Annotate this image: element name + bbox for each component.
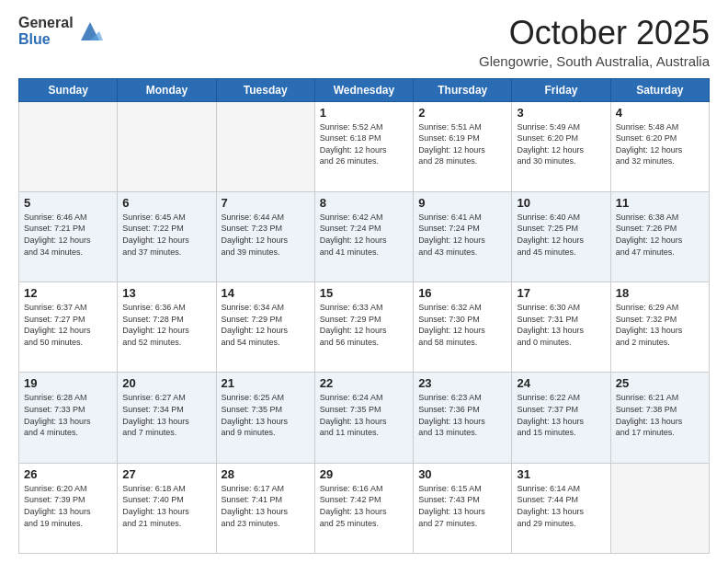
day-number: 7 — [222, 196, 310, 210]
day-number: 13 — [122, 286, 210, 300]
day-info: Sunrise: 6:14 AM Sunset: 7:44 PM Dayligh… — [517, 483, 605, 529]
day-number: 14 — [222, 286, 310, 300]
day-number: 1 — [320, 106, 408, 120]
day-info: Sunrise: 6:33 AM Sunset: 7:29 PM Dayligh… — [320, 302, 408, 348]
table-row: 9Sunrise: 6:41 AM Sunset: 7:24 PM Daylig… — [414, 191, 512, 282]
logo-text: General Blue — [18, 15, 74, 47]
day-number: 27 — [122, 467, 210, 481]
day-number: 20 — [122, 376, 210, 390]
table-row: 11Sunrise: 6:38 AM Sunset: 7:26 PM Dayli… — [610, 191, 709, 282]
day-info: Sunrise: 6:18 AM Sunset: 7:40 PM Dayligh… — [122, 483, 210, 529]
day-number: 25 — [616, 376, 704, 390]
table-row: 10Sunrise: 6:40 AM Sunset: 7:25 PM Dayli… — [512, 191, 610, 282]
title-block: October 2025 Glengowrie, South Australia… — [479, 15, 710, 69]
table-row: 15Sunrise: 6:33 AM Sunset: 7:29 PM Dayli… — [314, 282, 413, 373]
table-row: 14Sunrise: 6:34 AM Sunset: 7:29 PM Dayli… — [216, 282, 314, 373]
month-title: October 2025 — [479, 15, 710, 52]
day-number: 5 — [24, 196, 112, 210]
header: General Blue October 2025 Glengowrie, So… — [18, 15, 710, 69]
table-row: 19Sunrise: 6:28 AM Sunset: 7:33 PM Dayli… — [19, 373, 118, 463]
table-row: 3Sunrise: 5:49 AM Sunset: 6:20 PM Daylig… — [512, 101, 610, 191]
table-row: 22Sunrise: 6:24 AM Sunset: 7:35 PM Dayli… — [314, 373, 413, 463]
col-sunday: Sunday — [19, 78, 118, 101]
calendar-week-row: 1Sunrise: 5:52 AM Sunset: 6:18 PM Daylig… — [19, 101, 710, 191]
col-monday: Monday — [118, 78, 216, 101]
table-row: 13Sunrise: 6:36 AM Sunset: 7:28 PM Dayli… — [118, 282, 216, 373]
col-tuesday: Tuesday — [216, 78, 314, 101]
table-row: 6Sunrise: 6:45 AM Sunset: 7:22 PM Daylig… — [118, 191, 216, 282]
table-row: 21Sunrise: 6:25 AM Sunset: 7:35 PM Dayli… — [216, 373, 314, 463]
day-info: Sunrise: 6:38 AM Sunset: 7:26 PM Dayligh… — [616, 212, 704, 258]
calendar-week-row: 12Sunrise: 6:37 AM Sunset: 7:27 PM Dayli… — [19, 282, 710, 373]
day-number: 31 — [517, 467, 605, 481]
day-number: 6 — [122, 196, 210, 210]
table-row — [216, 101, 314, 191]
table-row: 1Sunrise: 5:52 AM Sunset: 6:18 PM Daylig… — [314, 101, 413, 191]
day-number: 9 — [418, 196, 506, 210]
table-row: 23Sunrise: 6:23 AM Sunset: 7:36 PM Dayli… — [414, 373, 512, 463]
table-row — [19, 101, 118, 191]
day-info: Sunrise: 6:34 AM Sunset: 7:29 PM Dayligh… — [222, 302, 310, 348]
table-row: 18Sunrise: 6:29 AM Sunset: 7:32 PM Dayli… — [610, 282, 709, 373]
calendar-week-row: 5Sunrise: 6:46 AM Sunset: 7:21 PM Daylig… — [19, 191, 710, 282]
day-info: Sunrise: 6:16 AM Sunset: 7:42 PM Dayligh… — [320, 483, 408, 529]
table-row: 31Sunrise: 6:14 AM Sunset: 7:44 PM Dayli… — [512, 463, 610, 553]
table-row: 30Sunrise: 6:15 AM Sunset: 7:43 PM Dayli… — [414, 463, 512, 553]
day-number: 12 — [24, 286, 112, 300]
day-info: Sunrise: 6:41 AM Sunset: 7:24 PM Dayligh… — [418, 212, 506, 258]
day-number: 28 — [222, 467, 310, 481]
day-info: Sunrise: 6:28 AM Sunset: 7:33 PM Dayligh… — [24, 392, 112, 438]
day-info: Sunrise: 5:48 AM Sunset: 6:20 PM Dayligh… — [616, 121, 704, 167]
table-row: 17Sunrise: 6:30 AM Sunset: 7:31 PM Dayli… — [512, 282, 610, 373]
day-info: Sunrise: 6:40 AM Sunset: 7:25 PM Dayligh… — [517, 212, 605, 258]
day-info: Sunrise: 6:20 AM Sunset: 7:39 PM Dayligh… — [24, 483, 112, 529]
day-info: Sunrise: 6:17 AM Sunset: 7:41 PM Dayligh… — [222, 483, 310, 529]
logo-general: General — [18, 15, 74, 31]
day-info: Sunrise: 6:30 AM Sunset: 7:31 PM Dayligh… — [517, 302, 605, 348]
day-number: 23 — [418, 376, 506, 390]
logo: General Blue — [18, 15, 103, 47]
table-row: 16Sunrise: 6:32 AM Sunset: 7:30 PM Dayli… — [414, 282, 512, 373]
logo-icon — [77, 18, 103, 44]
location: Glengowrie, South Australia, Australia — [479, 53, 710, 69]
day-info: Sunrise: 5:52 AM Sunset: 6:18 PM Dayligh… — [320, 121, 408, 167]
col-friday: Friday — [512, 78, 610, 101]
day-number: 4 — [616, 106, 704, 120]
day-number: 2 — [418, 106, 506, 120]
day-number: 22 — [320, 376, 408, 390]
day-info: Sunrise: 5:49 AM Sunset: 6:20 PM Dayligh… — [517, 121, 605, 167]
table-row: 28Sunrise: 6:17 AM Sunset: 7:41 PM Dayli… — [216, 463, 314, 553]
day-info: Sunrise: 6:45 AM Sunset: 7:22 PM Dayligh… — [122, 212, 210, 258]
calendar-header-row: Sunday Monday Tuesday Wednesday Thursday… — [19, 78, 710, 101]
day-number: 26 — [24, 467, 112, 481]
table-row — [610, 463, 709, 553]
day-info: Sunrise: 6:21 AM Sunset: 7:38 PM Dayligh… — [616, 392, 704, 438]
col-saturday: Saturday — [610, 78, 709, 101]
day-info: Sunrise: 6:37 AM Sunset: 7:27 PM Dayligh… — [24, 302, 112, 348]
day-number: 19 — [24, 376, 112, 390]
day-info: Sunrise: 6:36 AM Sunset: 7:28 PM Dayligh… — [122, 302, 210, 348]
col-wednesday: Wednesday — [314, 78, 413, 101]
day-number: 21 — [222, 376, 310, 390]
day-info: Sunrise: 6:24 AM Sunset: 7:35 PM Dayligh… — [320, 392, 408, 438]
day-info: Sunrise: 6:23 AM Sunset: 7:36 PM Dayligh… — [418, 392, 506, 438]
table-row: 24Sunrise: 6:22 AM Sunset: 7:37 PM Dayli… — [512, 373, 610, 463]
table-row: 29Sunrise: 6:16 AM Sunset: 7:42 PM Dayli… — [314, 463, 413, 553]
calendar-week-row: 26Sunrise: 6:20 AM Sunset: 7:39 PM Dayli… — [19, 463, 710, 553]
day-info: Sunrise: 6:46 AM Sunset: 7:21 PM Dayligh… — [24, 212, 112, 258]
day-number: 3 — [517, 106, 605, 120]
day-info: Sunrise: 6:25 AM Sunset: 7:35 PM Dayligh… — [222, 392, 310, 438]
day-number: 18 — [616, 286, 704, 300]
table-row: 2Sunrise: 5:51 AM Sunset: 6:19 PM Daylig… — [414, 101, 512, 191]
day-info: Sunrise: 6:32 AM Sunset: 7:30 PM Dayligh… — [418, 302, 506, 348]
logo-blue: Blue — [18, 31, 74, 48]
table-row: 5Sunrise: 6:46 AM Sunset: 7:21 PM Daylig… — [19, 191, 118, 282]
calendar-week-row: 19Sunrise: 6:28 AM Sunset: 7:33 PM Dayli… — [19, 373, 710, 463]
day-number: 29 — [320, 467, 408, 481]
table-row — [118, 101, 216, 191]
day-number: 17 — [517, 286, 605, 300]
table-row: 27Sunrise: 6:18 AM Sunset: 7:40 PM Dayli… — [118, 463, 216, 553]
table-row: 7Sunrise: 6:44 AM Sunset: 7:23 PM Daylig… — [216, 191, 314, 282]
table-row: 25Sunrise: 6:21 AM Sunset: 7:38 PM Dayli… — [610, 373, 709, 463]
table-row: 4Sunrise: 5:48 AM Sunset: 6:20 PM Daylig… — [610, 101, 709, 191]
